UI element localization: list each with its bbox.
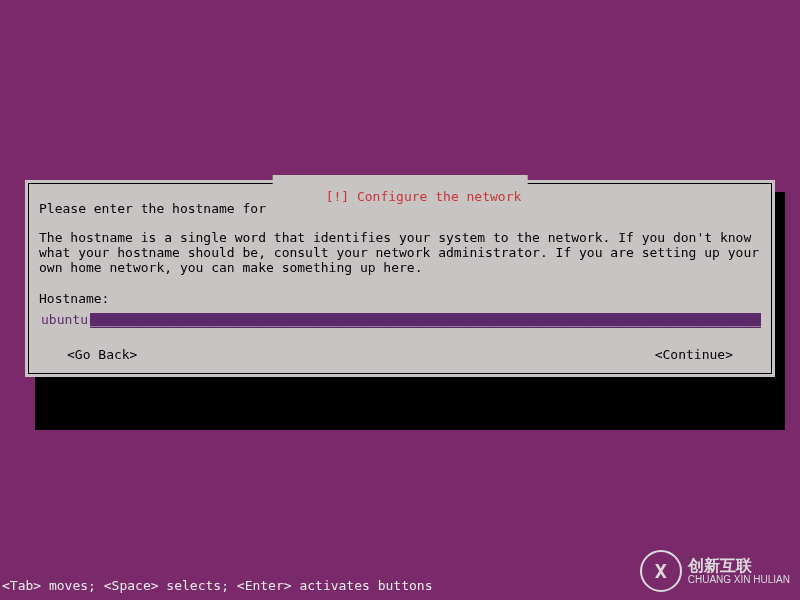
hostname-input[interactable]: ubuntu _________________________________… <box>39 313 761 328</box>
go-back-button[interactable]: <Go Back> <box>67 348 137 363</box>
watermark-en: CHUANG XIN HULIAN <box>688 574 790 585</box>
watermark: X 创新互联 CHUANG XIN HULIAN <box>640 550 790 592</box>
dialog-frame: [!] Configure the network Please enter t… <box>28 183 772 374</box>
input-underscore-fill: ________________________________________… <box>90 313 761 328</box>
configure-network-dialog: [!] Configure the network Please enter t… <box>25 180 775 377</box>
hostname-label: Hostname: <box>39 292 761 307</box>
dialog-button-row: <Go Back> <Continue> <box>39 348 761 363</box>
watermark-icon-glyph: X <box>655 560 667 583</box>
hostname-input-value[interactable]: ubuntu <box>39 313 90 328</box>
watermark-cn: 创新互联 <box>688 557 790 575</box>
dialog-title-text: [!] Configure the network <box>326 189 522 204</box>
description-text: The hostname is a single word that ident… <box>39 231 761 276</box>
dialog-title: [!] Configure the network <box>273 175 528 220</box>
watermark-text: 创新互联 CHUANG XIN HULIAN <box>688 557 790 586</box>
watermark-icon: X <box>640 550 682 592</box>
continue-button[interactable]: <Continue> <box>655 348 733 363</box>
